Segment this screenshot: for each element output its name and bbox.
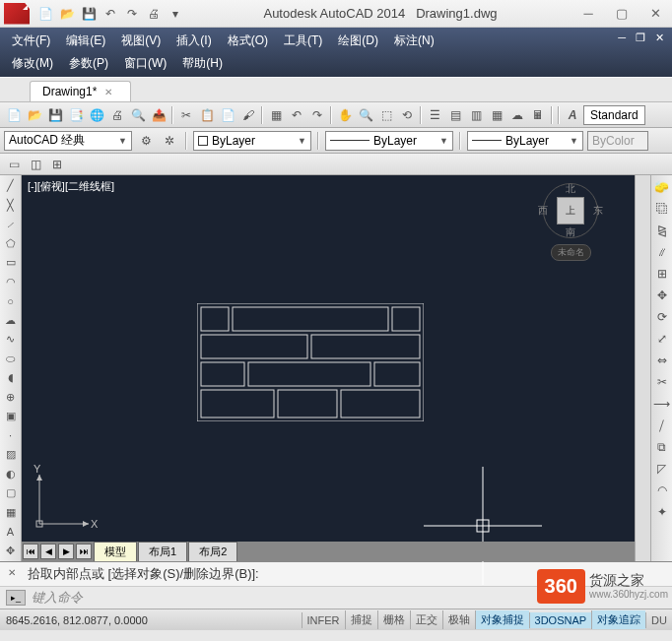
paste-icon[interactable]: 📄 (218, 105, 237, 125)
menu-modify[interactable]: 修改(M) (4, 52, 61, 75)
move-icon[interactable]: ✥ (652, 286, 672, 305)
matchprop-icon[interactable]: 🖌 (238, 105, 258, 125)
workspace-gear-icon[interactable]: ✲ (160, 131, 179, 151)
gradient-icon[interactable]: ◐ (2, 466, 20, 483)
qat-redo-icon[interactable]: ↷ (122, 4, 142, 24)
markup-icon[interactable]: ☁ (507, 105, 527, 125)
zoom-prev-icon[interactable]: ⟲ (397, 105, 417, 125)
status-infer[interactable]: INFER (302, 612, 345, 628)
vp-join-icon[interactable]: ⊞ (47, 155, 67, 174)
offset-icon[interactable]: ⫽ (652, 242, 672, 262)
status-ortho[interactable]: 正交 (410, 610, 442, 629)
stretch-icon[interactable]: ⇔ (652, 351, 672, 370)
insert-icon[interactable]: ⊕ (2, 389, 20, 407)
doc-minimize-icon[interactable]: ─ (614, 30, 630, 52)
menu-edit[interactable]: 编辑(E) (58, 30, 113, 52)
layout-tab-model[interactable]: 模型 (94, 542, 137, 561)
menu-dimension[interactable]: 标注(N) (386, 30, 442, 52)
layout-tab-2[interactable]: 布局2 (188, 542, 237, 561)
doc-close-icon[interactable]: ✕ (651, 30, 668, 52)
menu-insert[interactable]: 插入(I) (168, 30, 219, 52)
trim-icon[interactable]: ✂ (652, 372, 672, 392)
pan-icon[interactable]: ✋ (335, 105, 355, 125)
mtext-icon[interactable]: A (2, 523, 20, 541)
nav-name[interactable]: 未命名 (551, 244, 591, 261)
document-tab-close-icon[interactable]: ✕ (104, 87, 112, 97)
menu-view[interactable]: 视图(V) (113, 30, 168, 52)
pline-icon[interactable]: ⟋ (2, 216, 20, 233)
circle-icon[interactable]: ○ (2, 292, 20, 310)
status-3dosnap[interactable]: 3DOSNAP (529, 612, 592, 628)
textstyle-combo[interactable]: Standard (583, 105, 645, 125)
arc-icon[interactable]: ◠ (2, 274, 20, 291)
zoom-rt-icon[interactable]: 🔍 (356, 105, 375, 125)
status-snap[interactable]: 捕捉 (345, 610, 377, 629)
status-ducs[interactable]: DU (645, 612, 672, 628)
join-icon[interactable]: ⧉ (652, 437, 672, 457)
table-icon[interactable]: ▦ (2, 504, 20, 522)
qat-dropdown-icon[interactable]: ▾ (166, 4, 185, 24)
qat-new-icon[interactable]: 📄 (35, 4, 55, 24)
vp-single-icon[interactable]: ▭ (4, 155, 24, 174)
drawing-canvas[interactable]: [-][俯视][二维线框] 北 南 西 东 上 未命名 (22, 175, 635, 561)
qat-undo-icon[interactable]: ↶ (101, 4, 120, 24)
menu-help[interactable]: 帮助(H) (174, 52, 231, 75)
rotate-icon[interactable]: ⟳ (652, 307, 672, 327)
new-icon[interactable]: 📄 (4, 105, 24, 125)
chamfer-icon[interactable]: ◸ (652, 459, 672, 479)
zoom-win-icon[interactable]: ⬚ (376, 105, 396, 125)
layout-tab-1[interactable]: 布局1 (138, 542, 187, 561)
cut-icon[interactable]: ✂ (176, 105, 196, 125)
block-icon[interactable]: ▦ (266, 105, 286, 125)
mirror-icon[interactable]: ⧎ (652, 221, 672, 240)
extend-icon[interactable]: ⟶ (652, 394, 672, 414)
polygon-icon[interactable]: ⬠ (2, 235, 20, 253)
minimize-button[interactable]: ─ (575, 5, 601, 23)
command-prompt-icon[interactable]: ▸_ (6, 590, 26, 606)
sheetset-icon[interactable]: ▦ (487, 105, 506, 125)
menu-parametric[interactable]: 参数(P) (61, 52, 116, 75)
properties-icon[interactable]: ☰ (425, 105, 444, 125)
app-logo[interactable] (4, 3, 30, 25)
copy-icon[interactable]: 📋 (197, 105, 217, 125)
erase-icon[interactable]: 🧽 (652, 177, 672, 197)
qat-open-icon[interactable]: 📂 (57, 4, 77, 24)
spline-icon[interactable]: ∿ (2, 331, 20, 349)
coordinates[interactable]: 8645.2616, 812.0877, 0.0000 (0, 614, 154, 626)
scale-icon[interactable]: ⤢ (652, 329, 672, 349)
document-tab[interactable]: Drawing1* ✕ (30, 81, 131, 101)
ellipse-icon[interactable]: ⬭ (2, 351, 20, 368)
addselect-icon[interactable]: ✥ (2, 543, 20, 560)
menu-draw[interactable]: 绘图(D) (330, 30, 386, 52)
menu-format[interactable]: 格式(O) (220, 30, 276, 52)
xline-icon[interactable]: ╳ (2, 197, 20, 215)
array-icon[interactable]: ⊞ (652, 264, 672, 284)
vertical-scrollbar[interactable] (635, 175, 650, 561)
plot-icon[interactable]: 🖨 (107, 105, 127, 125)
save-icon[interactable]: 💾 (45, 105, 65, 125)
layout-next-icon[interactable]: ▶ (58, 544, 74, 559)
status-polar[interactable]: 极轴 (442, 610, 475, 629)
ellipsearc-icon[interactable]: ◖ (2, 369, 20, 387)
layout-prev-icon[interactable]: ◀ (40, 544, 56, 559)
makeblock-icon[interactable]: ▣ (2, 408, 20, 425)
command-close-icon[interactable]: ✕ (8, 567, 22, 581)
viewcube[interactable]: 北 南 西 东 上 未命名 (536, 183, 605, 267)
textstyle-icon[interactable]: A (563, 105, 582, 125)
undo-icon[interactable]: ↶ (287, 105, 306, 125)
lineweight-combo[interactable]: ByLayer ▼ (467, 131, 583, 151)
revcloud-icon[interactable]: ☁ (2, 312, 20, 330)
open-icon[interactable]: 📂 (25, 105, 44, 125)
layout-first-icon[interactable]: ⏮ (23, 544, 38, 559)
qat-save-icon[interactable]: 💾 (79, 4, 99, 24)
status-otrack[interactable]: 对象追踪 (591, 610, 645, 629)
publish-icon[interactable]: 📤 (149, 105, 168, 125)
saveas-icon[interactable]: 📑 (66, 105, 86, 125)
menu-window[interactable]: 窗口(W) (116, 52, 174, 75)
break-icon[interactable]: ⧸ (652, 416, 672, 435)
web-icon[interactable]: 🌐 (87, 105, 106, 125)
menu-file[interactable]: 文件(F) (4, 30, 58, 52)
workspace-combo[interactable]: AutoCAD 经典 ▼ (4, 131, 132, 151)
preview-icon[interactable]: 🔍 (128, 105, 148, 125)
maximize-button[interactable]: ▢ (609, 5, 635, 23)
